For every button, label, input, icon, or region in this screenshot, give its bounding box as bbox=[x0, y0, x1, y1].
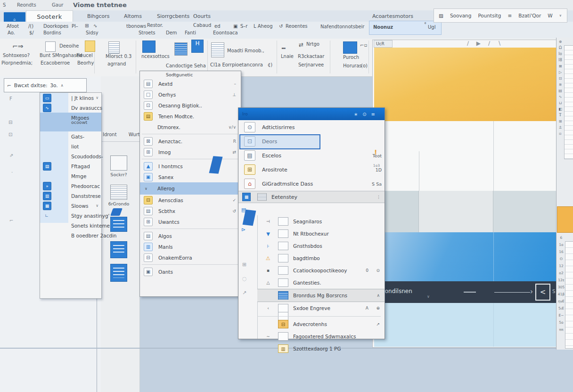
qat-sidsy[interactable]: Sidsy bbox=[86, 30, 98, 35]
rail-glyph[interactable]: ▫ bbox=[559, 131, 561, 136]
rail-glyph[interactable]: Ω bbox=[559, 46, 562, 50]
qat-stroets[interactable]: Stroets bbox=[139, 30, 156, 35]
finder-caret-icon[interactable]: ∧ bbox=[61, 83, 64, 88]
tree-item[interactable]: ∼ Fagooxtered Sdwmaxalcs bbox=[257, 330, 385, 343]
menu-item[interactable]: ⊞ Uwantcs bbox=[140, 216, 241, 227]
left-panel-item[interactable]: ▤ Fftagad bbox=[40, 161, 101, 171]
quick-access-1[interactable]: Reondts bbox=[17, 2, 36, 8]
ribbon-serjnarvee[interactable]: Serjnarvee bbox=[298, 62, 324, 67]
page-icon[interactable] bbox=[108, 41, 120, 54]
right-mini-panel-top[interactable] bbox=[564, 45, 573, 159]
qat-pl[interactable]: Pl– bbox=[72, 24, 78, 29]
left-panel-item[interactable]: Mmge bbox=[40, 171, 101, 181]
kebab-icon[interactable]: ⋮ bbox=[377, 195, 381, 199]
right-mini-panel-bottom[interactable] bbox=[565, 241, 573, 349]
tool-list[interactable] bbox=[106, 241, 132, 260]
lnaie-icon[interactable]: ⑉ bbox=[282, 43, 286, 50]
menu-item[interactable]: ⊞ Imog ⇄ bbox=[140, 147, 241, 157]
window-menu[interactable]: S bbox=[3, 2, 6, 8]
menu-item[interactable]: □ Oerhys ⊥ bbox=[140, 89, 241, 100]
rail-glyph[interactable]: ⊡ bbox=[559, 76, 562, 81]
tab-active-sooterk[interactable]: Sooterk bbox=[26, 10, 73, 22]
menu-item[interactable]: Dtmorex. ∨/∨ bbox=[140, 122, 241, 132]
menu-item[interactable]: ▤ Scbthx ↺ bbox=[140, 205, 241, 216]
ribbon-candoctige-seha[interactable]: Candoctige Seha bbox=[166, 63, 206, 68]
gutter-arrow-icon[interactable]: ⇗ bbox=[9, 153, 13, 158]
menu-item[interactable]: ▲ I hontmcs bbox=[140, 161, 241, 172]
document-canvas[interactable]: UcR ∕ ▶ ∕ ∖ Atondilsnen ∨ < S bbox=[372, 40, 557, 348]
ribbon-r3ckactaar[interactable]: R3ckactaar bbox=[298, 54, 324, 59]
tree-item[interactable]: ▤ Bronrdus Mg Borsrcns ∧ bbox=[257, 289, 385, 302]
layout-icon[interactable] bbox=[174, 42, 188, 56]
door-icon[interactable]: ⌐▫ bbox=[360, 42, 367, 48]
ribbon-moadti-rmoob[interactable]: Moadti Rmoob., bbox=[227, 48, 264, 53]
qat-currency[interactable]: $/ bbox=[29, 30, 34, 35]
toolbar-w-dropdown[interactable]: W bbox=[548, 13, 552, 18]
h-icon[interactable]: H bbox=[191, 40, 204, 53]
left-panel-item[interactable]: ∿ Dv avasuccs bbox=[40, 103, 101, 113]
gutter-box1-icon[interactable]: ⊟ bbox=[8, 120, 12, 125]
rail-glyph[interactable]: Ŧ bbox=[559, 113, 562, 117]
select-tool-icon[interactable]: ⌐⇒ bbox=[12, 42, 23, 50]
toolbar-bzatiqor[interactable]: Bzati'Qor bbox=[518, 13, 541, 18]
menu-item[interactable]: ∨ Allerog bbox=[140, 182, 241, 195]
left-panel-item[interactable]: liot bbox=[40, 141, 101, 151]
qat-reoentes[interactable]: Reoentes bbox=[286, 24, 308, 29]
qat-ed[interactable]: ed bbox=[214, 24, 221, 29]
printer-icon[interactable] bbox=[343, 41, 357, 54]
finder-value[interactable]: 3o. bbox=[50, 82, 57, 88]
ribbon-nrtgo[interactable]: Nrtgo bbox=[306, 41, 319, 47]
rail-glyph[interactable]: ▷ bbox=[559, 70, 562, 74]
tree-item[interactable]: ⊦ Gnsthsbdos bbox=[257, 240, 385, 252]
rail-glyph[interactable]: Ι8 bbox=[558, 58, 562, 62]
tree-item[interactable]: ⚠ bagdtlmbo bbox=[257, 252, 385, 264]
flask-icon[interactable] bbox=[45, 41, 56, 52]
rail-glyph[interactable]: ▤ bbox=[558, 89, 562, 93]
left-panel-item[interactable]: B ooedbrer 2acdin bbox=[40, 230, 101, 240]
qat-noonuz[interactable]: Noonuz bbox=[373, 24, 393, 30]
rail-glyph[interactable]: ∿ bbox=[559, 95, 562, 99]
tree-item[interactable]: ▼ Nt Rtbochexur bbox=[257, 228, 385, 240]
menu-item[interactable]: ⊠ Aenzctac. R bbox=[140, 136, 241, 147]
left-panel-item[interactable]: ∟ Stgy anastinyg' bbox=[40, 211, 101, 220]
tab-altoms[interactable]: Altoms bbox=[124, 13, 142, 19]
left-panel-item[interactable]: Sonets kinteme bbox=[40, 220, 101, 230]
left-panel-item[interactable]: » Phedoorcac bbox=[40, 181, 101, 191]
qat-afoot[interactable]: Afoot bbox=[7, 24, 19, 29]
menu-item[interactable]: ⊡ Oesanng Bigtiok.. bbox=[140, 100, 241, 111]
rail-glyph[interactable]: ◧ bbox=[558, 107, 562, 111]
ribbon-cl1a[interactable]: Cl1a Eorrpioetanconra bbox=[210, 62, 263, 67]
qat-laheog[interactable]: L Aheog bbox=[254, 24, 273, 29]
back-button[interactable]: < bbox=[535, 284, 550, 301]
qat-ao[interactable]: Ao. bbox=[8, 30, 15, 35]
computer-icon[interactable] bbox=[142, 41, 156, 53]
qat-fanti[interactable]: Fanti bbox=[185, 30, 196, 35]
tree-item[interactable]: ‹ Sxdoe Engreve A ⊕ bbox=[257, 302, 385, 314]
ribbon-piorpnedmia[interactable]: Piorpnedmia; bbox=[1, 60, 33, 65]
panel-item[interactable]: ⊞ Arositrote 1o3 1D bbox=[238, 163, 385, 177]
tab-siorrgcbents[interactable]: Siorrgcbents bbox=[157, 13, 189, 19]
panel-title-bar[interactable]: Iro ∗⊙≡ bbox=[238, 108, 385, 120]
qat-doorkopes[interactable]: Doorkopes bbox=[43, 24, 68, 29]
panel-item[interactable]: ⊡ Deors bbox=[238, 134, 385, 148]
tab-bihgcors[interactable]: Bihgcors bbox=[87, 13, 110, 19]
rail-circle-icon[interactable]: ◌ bbox=[242, 276, 247, 282]
qat-restor[interactable]: Restor. bbox=[147, 23, 163, 28]
ribbon-ncexsottocs[interactable]: ncexsottocs bbox=[141, 54, 170, 59]
ribbon-deeoihe[interactable]: Deeoihe bbox=[59, 43, 79, 49]
qat-dem[interactable]: Dem bbox=[166, 30, 177, 35]
paragraph-lines-icon[interactable] bbox=[211, 42, 224, 57]
ribbon-puroch[interactable]: Puroch bbox=[343, 55, 359, 60]
qat-nafendtonnotsbeir[interactable]: Nafendtonnotsbeir bbox=[320, 24, 364, 29]
ribbon-lnaie[interactable]: Lnaie bbox=[281, 54, 294, 59]
tool-card[interactable] bbox=[106, 264, 132, 283]
tree-item[interactable]: ▪ Ccatiockoopoctikeooy 0 ⊙ bbox=[257, 264, 385, 277]
rail-glyph[interactable]: ⊔ bbox=[559, 101, 562, 105]
qat-cabaud[interactable]: Cabaud bbox=[193, 23, 211, 28]
document-icon[interactable] bbox=[85, 41, 95, 52]
rail-grid-icon[interactable]: ⊞ bbox=[242, 261, 246, 268]
tree-item[interactable]: ⊟ Advecrotenhs ↗ bbox=[257, 318, 385, 330]
left-panel-item[interactable]: Mtgoes ocoowt bbox=[40, 113, 101, 131]
qat-tbonows[interactable]: tbonows bbox=[126, 24, 146, 29]
quick-access-2[interactable]: Gaur bbox=[52, 2, 63, 8]
